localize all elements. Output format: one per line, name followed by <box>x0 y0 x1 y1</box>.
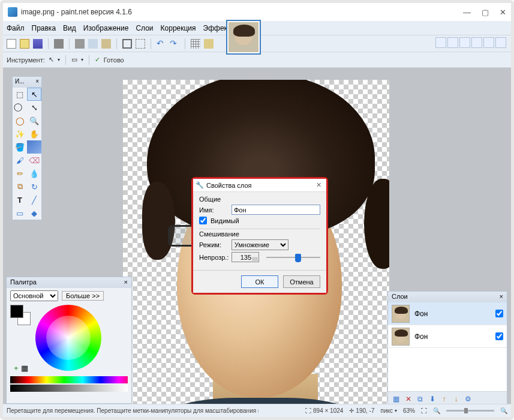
zoom-out-icon[interactable]: 🔍 <box>433 407 440 414</box>
settings-icon[interactable] <box>483 37 494 48</box>
cancel-button[interactable]: Отмена <box>283 275 320 288</box>
ruler-icon[interactable] <box>204 39 214 49</box>
tools-toggle-icon[interactable] <box>435 37 446 48</box>
status-hint: Перетащите для перемещения. Перетащите м… <box>7 407 258 414</box>
deselect-icon[interactable] <box>136 39 145 49</box>
grid-icon[interactable] <box>191 39 200 49</box>
pencil-tool[interactable]: ✏ <box>13 167 27 180</box>
document-thumbnail[interactable] <box>226 20 261 55</box>
layer-properties-icon[interactable]: ⚙ <box>464 395 473 403</box>
open-icon[interactable] <box>20 39 29 49</box>
new-icon[interactable] <box>7 39 16 49</box>
layer-visible-checkbox[interactable] <box>495 332 503 340</box>
colors-toggle-icon[interactable] <box>471 37 482 48</box>
menu-image[interactable]: Изображение <box>83 24 129 32</box>
visible-checkbox[interactable] <box>199 217 207 224</box>
paint-bucket-tool[interactable]: 🪣 <box>13 140 27 154</box>
move-down-icon[interactable]: ↓ <box>452 395 461 403</box>
print-icon[interactable] <box>54 39 64 49</box>
mode-label: Режим: <box>199 241 228 248</box>
text-tool[interactable]: T <box>13 193 27 206</box>
wrench-icon: 🔧 <box>196 181 204 190</box>
layer-properties-dialog: 🔧 Свойства слоя ✕ Общие Имя: Видимый Сме… <box>191 177 328 295</box>
dialog-close-icon[interactable]: ✕ <box>314 181 324 189</box>
save-icon[interactable] <box>33 39 43 49</box>
statusbar: Перетащите для перемещения. Перетащите м… <box>3 404 511 417</box>
units-label[interactable]: пикс <box>380 407 393 414</box>
menu-layers[interactable]: Слои <box>136 24 153 32</box>
redo-icon[interactable]: ↷ <box>170 39 179 49</box>
minimize-button[interactable]: — <box>463 8 471 17</box>
layer-mode-icon[interactable]: ▭ <box>71 56 77 64</box>
move-tool-icon[interactable]: ↖ <box>49 56 54 64</box>
rect-tool[interactable]: ▭ <box>13 206 27 220</box>
move-selection-tool[interactable]: ⤡ <box>27 101 41 114</box>
tools-close-icon[interactable]: × <box>35 78 39 86</box>
color-picker-tool[interactable]: 💧 <box>27 167 41 180</box>
opacity-spinner[interactable]: 135 <box>232 252 259 262</box>
line-tool[interactable]: ╱ <box>27 193 41 206</box>
fit-icon[interactable]: ⛶ <box>421 407 427 414</box>
undo-icon[interactable]: ↶ <box>157 39 166 49</box>
menu-view[interactable]: Вид <box>63 24 76 32</box>
layers-panel: Слои× Фон Фон ▦ ✕ ⧉ ⬇ ↑ ↓ ⚙ <box>387 291 507 406</box>
recolor-tool[interactable]: ↻ <box>27 180 41 193</box>
layers-toggle-icon[interactable] <box>459 37 470 48</box>
tools-title: И... <box>15 78 25 86</box>
ellipse-select-tool[interactable]: ◯ <box>13 114 27 127</box>
color-swatch[interactable] <box>10 305 31 325</box>
shapes-tool[interactable]: ◆ <box>27 206 41 220</box>
add-layer-icon[interactable]: ▦ <box>392 395 401 403</box>
tools-panel: И...× ⬚ ↖ ⃝ ⤡ ◯ 🔍 ✨ ✋ 🪣 🖌 ⌫ ✏ 💧 ⧉ ↻ T ╱ … <box>12 76 42 220</box>
status-check-icon: ✓ <box>95 56 100 64</box>
delete-layer-icon[interactable]: ✕ <box>404 395 413 403</box>
blend-mode-select[interactable]: Умножение <box>232 239 288 250</box>
gradient-tool[interactable] <box>27 140 41 154</box>
layers-close-icon[interactable]: × <box>500 293 503 301</box>
menu-adjust[interactable]: Коррекция <box>161 24 196 32</box>
visible-label: Видимый <box>211 217 239 224</box>
general-section-label: Общие <box>199 196 221 203</box>
close-button[interactable]: ✕ <box>500 8 506 17</box>
merge-down-icon[interactable]: ⬇ <box>428 395 437 403</box>
color-mode-select[interactable]: Основной <box>10 290 58 301</box>
layer-name-input[interactable] <box>232 205 320 215</box>
rect-select-tool[interactable]: ⬚ <box>13 88 27 101</box>
zoom-slider[interactable] <box>446 410 494 412</box>
move-up-icon[interactable]: ↑ <box>440 395 449 403</box>
menu-edit[interactable]: Правка <box>32 24 56 32</box>
maximize-button[interactable]: ▢ <box>482 8 489 17</box>
history-toggle-icon[interactable] <box>447 37 458 48</box>
palette-close-icon[interactable]: × <box>124 278 128 287</box>
move-tool[interactable]: ↖ <box>27 88 41 101</box>
zoom-tool[interactable]: 🔍 <box>27 114 41 127</box>
layer-name: Фон <box>414 310 428 318</box>
layer-row[interactable]: Фон <box>388 325 507 348</box>
help-icon[interactable] <box>495 37 506 48</box>
copy-icon[interactable] <box>88 39 98 49</box>
clone-tool[interactable]: ⧉ <box>13 180 27 193</box>
gray-strip[interactable] <box>10 385 128 392</box>
cut-icon[interactable] <box>75 39 85 49</box>
layer-row[interactable]: Фон <box>388 302 507 325</box>
paste-icon[interactable] <box>101 39 111 49</box>
layer-visible-checkbox[interactable] <box>495 310 503 317</box>
duplicate-layer-icon[interactable]: ⧉ <box>416 395 425 403</box>
more-button[interactable]: Больше >> <box>62 291 104 301</box>
palette-grid-icon[interactable]: ▦ <box>21 364 28 373</box>
color-strip[interactable] <box>10 376 128 383</box>
opacity-slider[interactable] <box>266 253 320 262</box>
pan-tool[interactable]: ✋ <box>27 127 41 140</box>
dialog-title: Свойства слоя <box>206 182 251 189</box>
layers-list: Фон Фон <box>388 302 507 391</box>
ok-button[interactable]: ОК <box>241 275 278 288</box>
brush-tool[interactable]: 🖌 <box>13 154 27 167</box>
add-color-icon[interactable]: + <box>14 364 19 373</box>
color-wheel[interactable] <box>35 305 101 371</box>
crop-icon[interactable] <box>122 39 132 49</box>
magic-wand-tool[interactable]: ✨ <box>13 127 27 140</box>
lasso-tool[interactable]: ⃝ <box>13 101 27 114</box>
zoom-in-icon[interactable]: 🔍 <box>500 407 507 414</box>
menu-file[interactable]: Файл <box>7 24 25 32</box>
eraser-tool[interactable]: ⌫ <box>27 154 41 167</box>
